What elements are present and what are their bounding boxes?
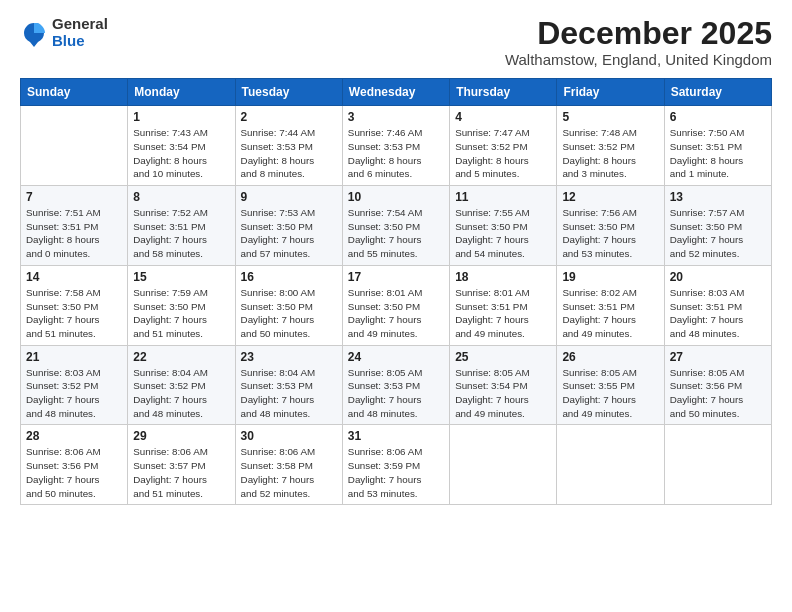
day-detail: Sunrise: 7:53 AMSunset: 3:50 PMDaylight:… (241, 206, 337, 261)
logo: General Blue (20, 16, 108, 49)
day-detail: Sunrise: 8:01 AMSunset: 3:50 PMDaylight:… (348, 286, 444, 341)
calendar-cell: 12Sunrise: 7:56 AMSunset: 3:50 PMDayligh… (557, 186, 664, 266)
day-number: 22 (133, 350, 229, 364)
calendar-week-row: 28Sunrise: 8:06 AMSunset: 3:56 PMDayligh… (21, 425, 772, 505)
day-number: 27 (670, 350, 766, 364)
day-detail: Sunrise: 7:50 AMSunset: 3:51 PMDaylight:… (670, 126, 766, 181)
day-detail: Sunrise: 8:01 AMSunset: 3:51 PMDaylight:… (455, 286, 551, 341)
calendar-cell (664, 425, 771, 505)
day-detail: Sunrise: 7:51 AMSunset: 3:51 PMDaylight:… (26, 206, 122, 261)
calendar-cell: 20Sunrise: 8:03 AMSunset: 3:51 PMDayligh… (664, 265, 771, 345)
day-number: 19 (562, 270, 658, 284)
day-of-week-header: Tuesday (235, 79, 342, 106)
day-number: 11 (455, 190, 551, 204)
calendar-cell: 15Sunrise: 7:59 AMSunset: 3:50 PMDayligh… (128, 265, 235, 345)
calendar-cell: 31Sunrise: 8:06 AMSunset: 3:59 PMDayligh… (342, 425, 449, 505)
day-number: 21 (26, 350, 122, 364)
day-detail: Sunrise: 8:05 AMSunset: 3:56 PMDaylight:… (670, 366, 766, 421)
day-number: 26 (562, 350, 658, 364)
title-block: December 2025 Walthamstow, England, Unit… (505, 16, 772, 68)
day-detail: Sunrise: 7:48 AMSunset: 3:52 PMDaylight:… (562, 126, 658, 181)
calendar-cell: 29Sunrise: 8:06 AMSunset: 3:57 PMDayligh… (128, 425, 235, 505)
day-number: 30 (241, 429, 337, 443)
calendar-cell: 10Sunrise: 7:54 AMSunset: 3:50 PMDayligh… (342, 186, 449, 266)
day-detail: Sunrise: 8:06 AMSunset: 3:56 PMDaylight:… (26, 445, 122, 500)
calendar-cell: 7Sunrise: 7:51 AMSunset: 3:51 PMDaylight… (21, 186, 128, 266)
day-number: 5 (562, 110, 658, 124)
day-detail: Sunrise: 8:06 AMSunset: 3:58 PMDaylight:… (241, 445, 337, 500)
day-detail: Sunrise: 8:03 AMSunset: 3:52 PMDaylight:… (26, 366, 122, 421)
calendar-cell: 18Sunrise: 8:01 AMSunset: 3:51 PMDayligh… (450, 265, 557, 345)
header: General Blue December 2025 Walthamstow, … (20, 16, 772, 68)
day-number: 3 (348, 110, 444, 124)
day-number: 23 (241, 350, 337, 364)
calendar-cell: 21Sunrise: 8:03 AMSunset: 3:52 PMDayligh… (21, 345, 128, 425)
calendar-cell: 3Sunrise: 7:46 AMSunset: 3:53 PMDaylight… (342, 106, 449, 186)
calendar-cell: 13Sunrise: 7:57 AMSunset: 3:50 PMDayligh… (664, 186, 771, 266)
day-detail: Sunrise: 7:58 AMSunset: 3:50 PMDaylight:… (26, 286, 122, 341)
day-detail: Sunrise: 7:47 AMSunset: 3:52 PMDaylight:… (455, 126, 551, 181)
day-of-week-header: Wednesday (342, 79, 449, 106)
calendar-cell: 25Sunrise: 8:05 AMSunset: 3:54 PMDayligh… (450, 345, 557, 425)
logo-blue: Blue (52, 33, 108, 50)
day-detail: Sunrise: 7:43 AMSunset: 3:54 PMDaylight:… (133, 126, 229, 181)
day-number: 17 (348, 270, 444, 284)
day-number: 15 (133, 270, 229, 284)
calendar-cell: 14Sunrise: 7:58 AMSunset: 3:50 PMDayligh… (21, 265, 128, 345)
day-detail: Sunrise: 7:44 AMSunset: 3:53 PMDaylight:… (241, 126, 337, 181)
day-number: 25 (455, 350, 551, 364)
calendar-cell: 1Sunrise: 7:43 AMSunset: 3:54 PMDaylight… (128, 106, 235, 186)
day-number: 31 (348, 429, 444, 443)
day-detail: Sunrise: 7:54 AMSunset: 3:50 PMDaylight:… (348, 206, 444, 261)
day-detail: Sunrise: 7:55 AMSunset: 3:50 PMDaylight:… (455, 206, 551, 261)
day-detail: Sunrise: 7:56 AMSunset: 3:50 PMDaylight:… (562, 206, 658, 261)
calendar-cell (21, 106, 128, 186)
calendar-table: SundayMondayTuesdayWednesdayThursdayFrid… (20, 78, 772, 505)
calendar-header-row: SundayMondayTuesdayWednesdayThursdayFrid… (21, 79, 772, 106)
day-detail: Sunrise: 7:46 AMSunset: 3:53 PMDaylight:… (348, 126, 444, 181)
calendar-cell: 17Sunrise: 8:01 AMSunset: 3:50 PMDayligh… (342, 265, 449, 345)
day-detail: Sunrise: 7:59 AMSunset: 3:50 PMDaylight:… (133, 286, 229, 341)
day-number: 28 (26, 429, 122, 443)
day-number: 8 (133, 190, 229, 204)
calendar-cell: 28Sunrise: 8:06 AMSunset: 3:56 PMDayligh… (21, 425, 128, 505)
day-number: 10 (348, 190, 444, 204)
day-number: 18 (455, 270, 551, 284)
calendar-cell: 6Sunrise: 7:50 AMSunset: 3:51 PMDaylight… (664, 106, 771, 186)
calendar-cell: 2Sunrise: 7:44 AMSunset: 3:53 PMDaylight… (235, 106, 342, 186)
day-number: 7 (26, 190, 122, 204)
calendar-cell: 27Sunrise: 8:05 AMSunset: 3:56 PMDayligh… (664, 345, 771, 425)
day-of-week-header: Thursday (450, 79, 557, 106)
logo-text: General Blue (52, 16, 108, 49)
day-detail: Sunrise: 8:04 AMSunset: 3:53 PMDaylight:… (241, 366, 337, 421)
day-detail: Sunrise: 8:05 AMSunset: 3:54 PMDaylight:… (455, 366, 551, 421)
calendar-cell: 22Sunrise: 8:04 AMSunset: 3:52 PMDayligh… (128, 345, 235, 425)
day-detail: Sunrise: 8:03 AMSunset: 3:51 PMDaylight:… (670, 286, 766, 341)
day-detail: Sunrise: 7:52 AMSunset: 3:51 PMDaylight:… (133, 206, 229, 261)
day-number: 9 (241, 190, 337, 204)
calendar-cell: 26Sunrise: 8:05 AMSunset: 3:55 PMDayligh… (557, 345, 664, 425)
day-detail: Sunrise: 8:06 AMSunset: 3:57 PMDaylight:… (133, 445, 229, 500)
day-detail: Sunrise: 8:05 AMSunset: 3:53 PMDaylight:… (348, 366, 444, 421)
day-number: 29 (133, 429, 229, 443)
calendar-week-row: 14Sunrise: 7:58 AMSunset: 3:50 PMDayligh… (21, 265, 772, 345)
day-detail: Sunrise: 7:57 AMSunset: 3:50 PMDaylight:… (670, 206, 766, 261)
day-detail: Sunrise: 8:00 AMSunset: 3:50 PMDaylight:… (241, 286, 337, 341)
day-detail: Sunrise: 8:05 AMSunset: 3:55 PMDaylight:… (562, 366, 658, 421)
logo-icon (20, 19, 48, 47)
day-number: 13 (670, 190, 766, 204)
calendar-cell: 16Sunrise: 8:00 AMSunset: 3:50 PMDayligh… (235, 265, 342, 345)
calendar-cell (450, 425, 557, 505)
calendar-cell: 19Sunrise: 8:02 AMSunset: 3:51 PMDayligh… (557, 265, 664, 345)
calendar-cell (557, 425, 664, 505)
day-detail: Sunrise: 8:06 AMSunset: 3:59 PMDaylight:… (348, 445, 444, 500)
day-number: 4 (455, 110, 551, 124)
page: General Blue December 2025 Walthamstow, … (0, 0, 792, 612)
calendar-week-row: 21Sunrise: 8:03 AMSunset: 3:52 PMDayligh… (21, 345, 772, 425)
calendar-cell: 23Sunrise: 8:04 AMSunset: 3:53 PMDayligh… (235, 345, 342, 425)
day-number: 12 (562, 190, 658, 204)
day-number: 24 (348, 350, 444, 364)
calendar-week-row: 1Sunrise: 7:43 AMSunset: 3:54 PMDaylight… (21, 106, 772, 186)
calendar-cell: 30Sunrise: 8:06 AMSunset: 3:58 PMDayligh… (235, 425, 342, 505)
logo-general: General (52, 16, 108, 33)
